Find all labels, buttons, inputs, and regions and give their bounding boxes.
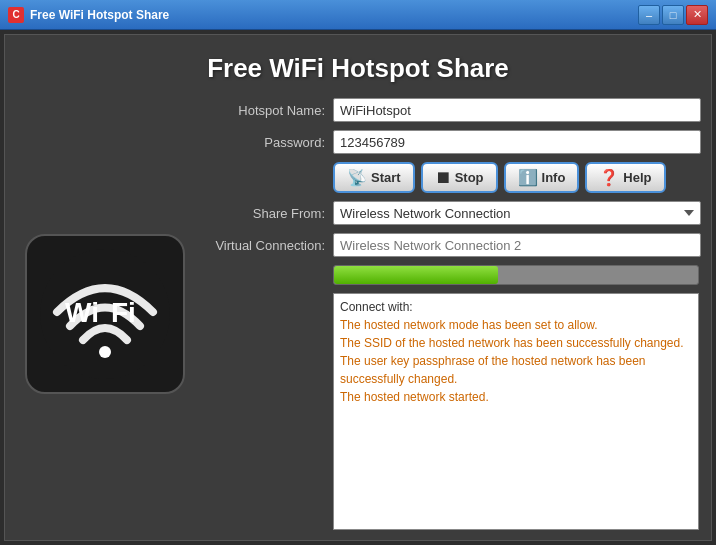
title-bar-left: C Free WiFi Hotspot Share (8, 7, 169, 23)
wifi-logo-area: Wi Fi (15, 98, 195, 530)
help-button[interactable]: ❓ Help (585, 162, 665, 193)
log-line: The SSID of the hosted network has been … (340, 334, 692, 352)
app-icon: C (8, 7, 24, 23)
info-label: Info (542, 170, 566, 185)
title-bar-buttons: – □ ✕ (638, 5, 708, 25)
share-from-select[interactable]: Wireless Network Connection (333, 201, 701, 225)
virtual-connection-row: Virtual Connection: (205, 233, 701, 257)
stop-icon: ⏹ (435, 169, 451, 187)
svg-text:Wi: Wi (65, 297, 99, 328)
log-area[interactable]: Connect with:The hosted network mode has… (333, 293, 699, 530)
log-line: The hosted network started. (340, 388, 692, 406)
wifi-logo-svg: Wi Fi (35, 244, 175, 384)
wifi-logo: Wi Fi (25, 234, 185, 394)
virtual-connection-input[interactable] (333, 233, 701, 257)
help-icon: ❓ (599, 168, 619, 187)
password-row: Password: (205, 130, 701, 154)
share-from-row: Share From: Wireless Network Connection (205, 201, 701, 225)
log-line: The hosted network mode has been set to … (340, 316, 692, 334)
hotspot-name-row: Hotspot Name: (205, 98, 701, 122)
window-content: Free WiFi Hotspot Share (4, 34, 712, 541)
svg-point-1 (99, 346, 111, 358)
password-input[interactable] (333, 130, 701, 154)
title-bar: C Free WiFi Hotspot Share – □ ✕ (0, 0, 716, 30)
progress-bar-container (333, 265, 699, 285)
stop-button[interactable]: ⏹ Stop (421, 162, 498, 193)
hotspot-name-input[interactable] (333, 98, 701, 122)
log-line: Connect with: (340, 298, 692, 316)
info-icon: ℹ️ (518, 168, 538, 187)
page-title: Free WiFi Hotspot Share (5, 35, 711, 98)
start-icon: 📡 (347, 168, 367, 187)
buttons-row: 📡 Start ⏹ Stop ℹ️ Info ❓ Help (205, 162, 701, 193)
share-from-label: Share From: (205, 206, 325, 221)
start-label: Start (371, 170, 401, 185)
progress-bar-fill (334, 266, 498, 284)
right-panel: Hotspot Name: Password: 📡 Start ⏹ Stop (205, 98, 701, 530)
hotspot-name-label: Hotspot Name: (205, 103, 325, 118)
log-line: The user key passphrase of the hosted ne… (340, 352, 692, 388)
stop-label: Stop (455, 170, 484, 185)
svg-text:Fi: Fi (111, 297, 136, 328)
help-label: Help (623, 170, 651, 185)
virtual-connection-label: Virtual Connection: (205, 238, 325, 253)
close-button[interactable]: ✕ (686, 5, 708, 25)
password-label: Password: (205, 135, 325, 150)
info-button[interactable]: ℹ️ Info (504, 162, 580, 193)
maximize-button[interactable]: □ (662, 5, 684, 25)
window-title: Free WiFi Hotspot Share (30, 8, 169, 22)
main-area: Wi Fi Hotspot Name: Password: 📡 Sta (5, 98, 711, 540)
start-button[interactable]: 📡 Start (333, 162, 415, 193)
minimize-button[interactable]: – (638, 5, 660, 25)
